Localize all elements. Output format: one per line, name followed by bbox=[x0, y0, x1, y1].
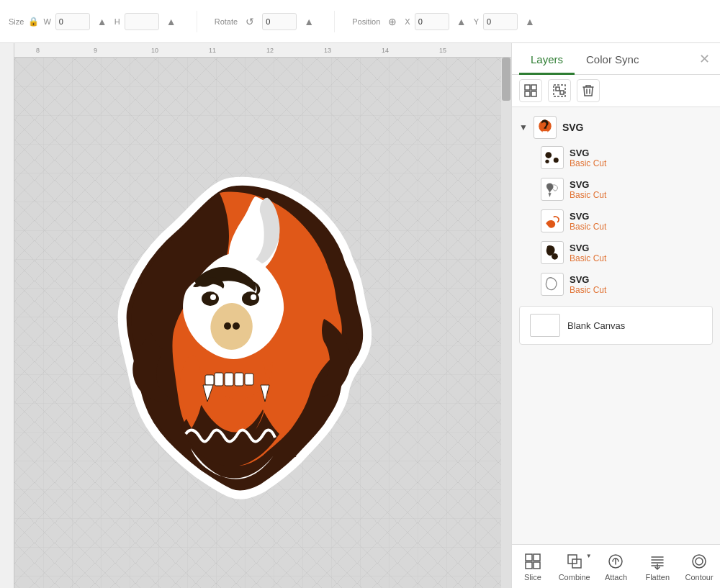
layer-sub-thumb-4 bbox=[541, 241, 564, 264]
ruler-tick-9: 9 bbox=[94, 47, 97, 54]
layer-sub-name-5: SVG bbox=[570, 274, 606, 285]
layer-sub-type-4: Basic Cut bbox=[570, 253, 606, 263]
rotate-input[interactable] bbox=[262, 13, 297, 30]
height-input[interactable] bbox=[125, 13, 159, 30]
group-button[interactable] bbox=[519, 79, 542, 102]
blank-canvas-row[interactable]: Blank Canvas bbox=[519, 306, 713, 345]
tab-layers[interactable]: Layers bbox=[519, 43, 575, 75]
svg-rect-7 bbox=[225, 373, 233, 386]
ruler-tick-10: 10 bbox=[151, 47, 158, 54]
svg-point-24 bbox=[552, 253, 558, 260]
svg-point-23 bbox=[545, 160, 549, 163]
attach-icon bbox=[606, 551, 626, 571]
svg-rect-14 bbox=[531, 91, 536, 96]
svg-point-5 bbox=[233, 322, 240, 330]
layer-sub-type-3: Basic Cut bbox=[570, 222, 606, 232]
contour-tool[interactable]: Contour bbox=[680, 551, 718, 582]
combine-dropdown-arrow: ▼ bbox=[586, 553, 592, 559]
slice-icon bbox=[523, 551, 543, 571]
layer-sub-item-1[interactable]: SVG Basic Cut bbox=[519, 142, 713, 173]
combine-icon bbox=[564, 551, 585, 571]
mascot-image[interactable] bbox=[79, 160, 382, 506]
y-up-btn[interactable]: ▲ bbox=[522, 14, 538, 30]
divider-2 bbox=[334, 11, 335, 32]
ruler-tick-8: 8 bbox=[36, 47, 40, 54]
canvas-area[interactable]: 8 9 10 11 12 13 14 15 bbox=[0, 43, 511, 588]
position-label: Position bbox=[352, 17, 380, 26]
flatten-icon bbox=[647, 551, 667, 571]
layer-sub-item-3[interactable]: SVG Basic Cut bbox=[519, 205, 713, 237]
delete-button[interactable] bbox=[577, 79, 600, 102]
x-up-btn[interactable]: ▲ bbox=[454, 14, 469, 30]
svg-rect-12 bbox=[531, 85, 536, 90]
svg-rect-11 bbox=[525, 85, 530, 90]
svg-rect-10 bbox=[205, 375, 214, 385]
tab-color-sync[interactable]: Color Sync bbox=[575, 43, 650, 75]
layer-sub-labels-4: SVG Basic Cut bbox=[570, 243, 606, 263]
flatten-label: Flatten bbox=[645, 573, 670, 582]
scrollbar-thumb[interactable] bbox=[502, 58, 510, 101]
y-input[interactable] bbox=[483, 13, 518, 30]
height-up-btn[interactable]: ▲ bbox=[163, 14, 179, 30]
layer-sub-labels-1: SVG Basic Cut bbox=[570, 148, 606, 168]
layer-group-main: ▼ SVG bbox=[512, 113, 720, 300]
attach-label: Attach bbox=[605, 573, 627, 582]
bottom-toolbar: Slice Combine ▼ bbox=[512, 544, 720, 588]
width-input[interactable] bbox=[55, 13, 90, 30]
ruler-tick-14: 14 bbox=[382, 47, 389, 54]
lock-icon: 🔒 bbox=[28, 17, 39, 27]
rotate-group: Rotate ↺ ▲ bbox=[215, 13, 317, 30]
layer-sub-item-5[interactable]: SVG Basic Cut bbox=[519, 268, 713, 300]
layer-sub-thumb-5 bbox=[541, 273, 564, 296]
svg-rect-13 bbox=[525, 91, 530, 96]
ungroup-button[interactable] bbox=[548, 79, 571, 102]
contour-label: Contour bbox=[685, 573, 714, 582]
rotate-ccw-btn[interactable]: ↺ bbox=[242, 14, 258, 30]
ruler-horizontal: 8 9 10 11 12 13 14 15 bbox=[0, 43, 511, 58]
layer-sub-type-1: Basic Cut bbox=[570, 158, 606, 168]
layer-sub-name-2: SVG bbox=[570, 179, 606, 190]
ruler-vertical bbox=[0, 43, 14, 588]
layer-sub-item-4[interactable]: SVG Basic Cut bbox=[519, 237, 713, 268]
layer-sub-labels-3: SVG Basic Cut bbox=[570, 211, 606, 232]
flatten-tool[interactable]: Flatten bbox=[639, 551, 676, 582]
chevron-down-icon: ▼ bbox=[519, 122, 528, 132]
rotate-label: Rotate bbox=[215, 17, 238, 26]
x-label: X bbox=[405, 17, 410, 26]
svg-rect-25 bbox=[526, 554, 532, 561]
svg-rect-28 bbox=[534, 562, 540, 569]
layers-list: ▼ SVG bbox=[512, 107, 720, 544]
svg-point-2 bbox=[210, 294, 216, 300]
size-group: Size 🔒 W ▲ H ▲ bbox=[9, 13, 179, 30]
layer-sub-labels-5: SVG Basic Cut bbox=[570, 274, 606, 295]
layer-sub-thumb-3 bbox=[541, 209, 564, 232]
combine-tool[interactable]: Combine ▼ bbox=[556, 551, 593, 582]
layer-main-thumb bbox=[534, 116, 557, 139]
ruler-tick-11: 11 bbox=[209, 47, 216, 54]
layer-main-name: SVG bbox=[562, 122, 584, 133]
svg-point-4 bbox=[224, 322, 231, 330]
tab-bar: Layers Color Sync ✕ bbox=[512, 43, 720, 75]
width-up-btn[interactable]: ▲ bbox=[94, 14, 110, 30]
layer-main-row[interactable]: ▼ SVG bbox=[519, 113, 713, 142]
svg-point-37 bbox=[693, 555, 706, 568]
h-label: H bbox=[114, 17, 120, 26]
svg-rect-6 bbox=[215, 373, 223, 386]
size-label: Size bbox=[9, 17, 24, 26]
svg-point-0 bbox=[202, 291, 219, 306]
slice-tool[interactable]: Slice bbox=[514, 551, 552, 582]
vertical-scrollbar[interactable] bbox=[501, 58, 511, 588]
x-input[interactable] bbox=[415, 13, 449, 30]
w-label: W bbox=[43, 17, 50, 26]
layer-sub-item-2[interactable]: SVG Basic Cut bbox=[519, 173, 713, 205]
svg-rect-17 bbox=[560, 91, 564, 94]
position-icon-btn[interactable]: ⊕ bbox=[384, 14, 400, 30]
close-panel-btn[interactable]: ✕ bbox=[696, 43, 713, 74]
rotate-up-btn[interactable]: ▲ bbox=[301, 14, 317, 30]
attach-tool[interactable]: Attach bbox=[597, 551, 634, 582]
ruler-tick-13: 13 bbox=[324, 47, 331, 54]
svg-point-22 bbox=[554, 158, 559, 163]
contour-icon bbox=[689, 551, 709, 571]
svg-point-21 bbox=[545, 152, 552, 158]
svg-rect-16 bbox=[556, 87, 559, 91]
